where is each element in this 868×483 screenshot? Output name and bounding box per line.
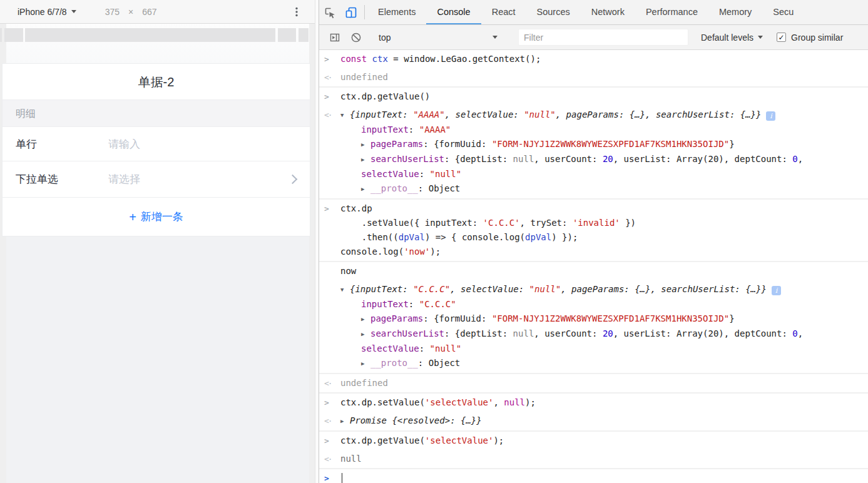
pane-splitter[interactable]	[315, 0, 319, 483]
device-dimensions: 375 × 667	[105, 7, 157, 17]
console-line: >ctx.dp.getValue()	[319, 89, 868, 104]
tab-react[interactable]: React	[481, 0, 526, 24]
add-item-label: 新增一条	[141, 210, 183, 224]
console-line: <·▼{inputText: "AAAA", selectValue: "nul…	[319, 108, 868, 123]
console-line: ▶__proto__: Object	[319, 181, 868, 196]
output-marker-icon: <·	[324, 452, 340, 466]
disclosure-triangle-icon[interactable]: ▶	[361, 357, 370, 371]
console-line-content: undefined	[340, 70, 388, 84]
disclosure-triangle-icon[interactable]: ▶	[361, 312, 370, 327]
device-emulation-pane: iPhone 6/7/8 375 × 667	[0, 0, 315, 483]
console-message-input: >const ctx = window.LeGao.getContext();	[319, 50, 868, 68]
disclosure-triangle-icon[interactable]: ▶	[361, 138, 370, 152]
console-toolbar: top Default levels ✓ Group similar	[319, 25, 868, 50]
console-line-content: ctx.dp.getValue('selectValue');	[340, 434, 504, 448]
device-toolbar: iPhone 6/7/8 375 × 667	[0, 0, 315, 24]
field-placeholder[interactable]: 请输入	[108, 137, 299, 151]
console-line-content: .then((dpVal) => { console.log(dpVal) })…	[340, 230, 578, 245]
console-line: selectValue: "null"	[319, 342, 868, 356]
console-line: >	[319, 471, 868, 483]
add-item-button[interactable]: + 新增一条	[3, 198, 310, 236]
console-line: <·undefined	[319, 376, 868, 390]
execution-context-label: top	[379, 33, 391, 43]
text-caret	[342, 473, 342, 483]
console-line-content: const ctx = window.LeGao.getContext();	[340, 52, 541, 66]
tab-console[interactable]: Console	[426, 0, 481, 24]
console-messages[interactable]: >const ctx = window.LeGao.getContext();<…	[319, 50, 868, 483]
section-header: 明细	[3, 100, 310, 127]
console-message-input: >ctx.dp.getValue()	[319, 88, 868, 106]
tab-security[interactable]: Secu	[762, 0, 804, 24]
group-similar-checkbox[interactable]: ✓	[777, 33, 786, 42]
console-line: >const ctx = window.LeGao.getContext();	[319, 52, 868, 66]
console-line: .then((dpVal) => { console.log(dpVal) })…	[319, 230, 868, 245]
console-message-result: <·▼{inputText: "AAAA", selectValue: "nul…	[319, 106, 868, 200]
emulated-viewport: 单据-2 明细 单行 请输入 下拉单选 请选择 + 新增一条	[0, 24, 315, 483]
console-line-content: ▶Promise {<resolved>: {…}}	[340, 414, 482, 429]
tab-elements[interactable]: Elements	[367, 0, 426, 24]
log-levels-dropdown[interactable]: Default levels	[701, 33, 763, 43]
console-sidebar-toggle-button[interactable]	[324, 31, 345, 44]
plus-icon: +	[129, 211, 136, 223]
disclosure-triangle-icon[interactable]: ▶	[361, 153, 370, 167]
console-line: .setValue({ inputText: 'C.C.C', trySet: …	[319, 216, 868, 230]
console-line: ▼{inputText: "C.C.C", selectValue: "null…	[319, 282, 868, 297]
clear-console-button[interactable]	[345, 31, 367, 44]
console-line-content: ctx.dp.getValue()	[340, 89, 430, 104]
console-message-result: <·null	[319, 450, 868, 469]
chevron-right-icon	[288, 175, 298, 185]
field-placeholder: 请选择	[108, 172, 289, 186]
disclosure-triangle-icon[interactable]: ▶	[340, 414, 350, 429]
device-toolbar-icon	[345, 6, 357, 19]
devtools-pane: Elements Console React Sources Network P…	[319, 0, 868, 483]
console-line: console.log('now');	[319, 245, 868, 259]
form-card: 单据-2 明细 单行 请输入 下拉单选 请选择 + 新增一条	[2, 63, 310, 236]
console-line-content: now	[340, 264, 356, 278]
device-width-field[interactable]: 375	[105, 7, 120, 17]
info-icon[interactable]: i	[772, 286, 781, 295]
page-header-skeleton	[0, 28, 315, 42]
output-marker-icon: <·	[324, 108, 340, 122]
form-field-text-input[interactable]: 单行 请输入	[3, 127, 310, 161]
console-filter-input[interactable]	[518, 29, 688, 46]
console-message-input: >ctx.dp .setValue({ inputText: 'C.C.C', …	[319, 200, 868, 262]
output-marker-icon: <·	[324, 376, 340, 390]
console-message-result: <·undefined	[319, 374, 868, 394]
device-height-field[interactable]: 667	[142, 7, 156, 17]
info-icon[interactable]: i	[766, 111, 775, 121]
prompt-marker-icon: >	[324, 471, 340, 483]
console-message-result: <·▶Promise {<resolved>: {…}}	[319, 412, 868, 432]
console-line: ▶pageParams: {formUuid: "FORM-NJYJ1Z2WWK…	[319, 137, 868, 152]
app-window: iPhone 6/7/8 375 × 667	[0, 0, 868, 483]
chevron-down-icon	[493, 36, 498, 41]
console-line: <·▶Promise {<resolved>: {…}}	[319, 414, 868, 429]
device-toolbar-menu-button[interactable]	[291, 6, 302, 18]
toggle-device-toolbar-button[interactable]	[340, 0, 362, 24]
console-line: inputText: "C.C.C"	[319, 297, 868, 312]
device-selector[interactable]: iPhone 6/7/8	[18, 7, 76, 17]
chevron-down-icon	[758, 36, 763, 41]
console-line-content: ▶__proto__: Object	[340, 356, 460, 371]
console-sidebar-icon	[329, 31, 341, 44]
disclosure-triangle-icon[interactable]: ▶	[361, 182, 370, 196]
disclosure-triangle-icon[interactable]: ▶	[361, 327, 370, 342]
console-line: ▶pageParams: {formUuid: "FORM-NJYJ1Z2WWK…	[319, 312, 868, 327]
tab-sources[interactable]: Sources	[526, 0, 581, 24]
inspect-element-button[interactable]	[319, 0, 340, 24]
tab-memory[interactable]: Memory	[708, 0, 762, 24]
inspect-cursor-icon	[324, 6, 336, 19]
console-line: ▶searchUserList: {deptList: null, userCo…	[319, 152, 868, 167]
console-line: >ctx.dp.getValue('selectValue');	[319, 434, 868, 448]
disclosure-triangle-icon[interactable]: ▼	[340, 108, 350, 123]
group-similar-setting: ✓ Group similar	[777, 33, 843, 43]
console-line-content: ▶searchUserList: {deptList: null, userCo…	[340, 327, 803, 342]
input-marker-icon: >	[324, 201, 340, 216]
console-message-result: <·undefined	[319, 68, 868, 88]
form-field-select[interactable]: 下拉单选 请选择	[3, 161, 310, 198]
execution-context-selector[interactable]: top	[372, 33, 503, 43]
tab-performance[interactable]: Performance	[635, 0, 708, 24]
tab-network[interactable]: Network	[581, 0, 635, 24]
console-line-content: console.log('now');	[340, 245, 441, 259]
console-line-content: inputText: "C.C.C"	[340, 297, 456, 312]
disclosure-triangle-icon[interactable]: ▼	[340, 283, 350, 297]
